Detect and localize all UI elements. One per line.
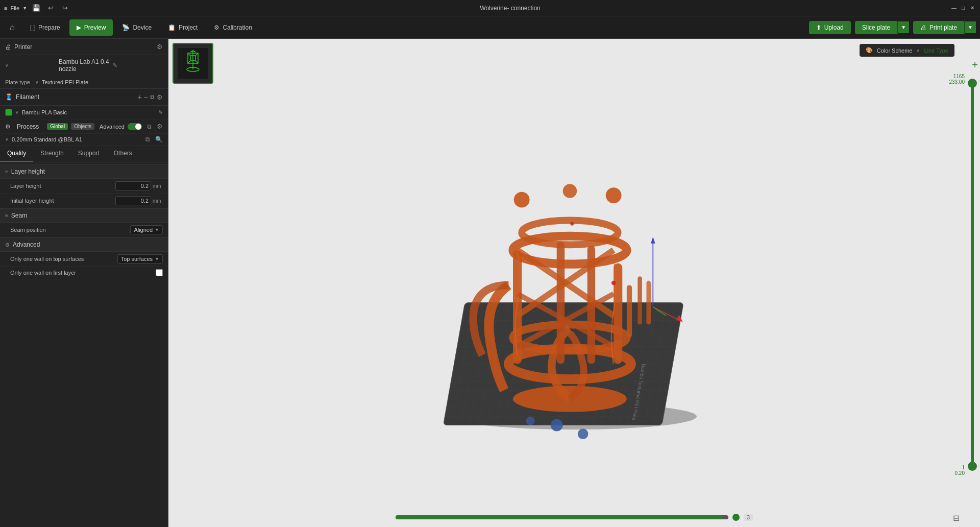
print-dropdown-button[interactable]: ▼	[965, 21, 976, 33]
first-layer-row: Only one wall on first layer	[0, 267, 168, 279]
global-tag[interactable]: Global	[47, 123, 68, 130]
printer-section-header: 🖨 Printer ⚙	[0, 39, 168, 55]
seam-group-icon: ≡	[5, 213, 8, 219]
advanced-group-icon: ⚙	[5, 242, 10, 248]
layer-height-group-header: ≡ Layer height	[0, 164, 168, 179]
svg-point-16	[514, 192, 530, 208]
preset-arrow: ∨	[5, 137, 9, 142]
thumbnail-strip	[168, 39, 980, 88]
layer-height-input[interactable]	[115, 181, 151, 190]
ruler-handle-top[interactable]	[968, 79, 977, 88]
tab-quality[interactable]: Quality	[0, 146, 33, 162]
first-layer-checkbox[interactable]	[156, 269, 163, 276]
nav-calibration[interactable]: ⚙ Calibration	[207, 19, 259, 36]
slice-label: Slice plate	[862, 24, 890, 31]
home-button[interactable]: ⌂	[4, 19, 20, 36]
slice-dropdown-button[interactable]: ▼	[898, 21, 909, 33]
preset-copy-button[interactable]: ⧉	[145, 136, 150, 143]
printer-edit-button[interactable]: ✎	[112, 62, 163, 69]
layer-height-label: Layer height	[10, 183, 115, 189]
bottom-bar: 3	[396, 514, 753, 521]
upload-icon: ⬆	[816, 24, 821, 31]
print-label: Print plate	[929, 24, 957, 31]
nav-prepare[interactable]: ⬚ Prepare	[22, 19, 67, 36]
nav-preview[interactable]: ▶ Preview	[69, 19, 113, 36]
print-btn-group: 🖨 Print plate ▼	[911, 20, 976, 35]
dropdown-arrow: ▼	[22, 6, 27, 11]
file-menu[interactable]: ≡ File ▼	[4, 5, 27, 11]
color-scheme-arrow: ∨	[916, 48, 920, 53]
objects-tag[interactable]: Objects	[71, 123, 94, 130]
initial-layer-height-input[interactable]	[115, 196, 151, 205]
settings-tabs: Quality Strength Support Others	[0, 146, 168, 162]
right-ruler: + 1165 233.00 1 0.20	[954, 39, 980, 527]
preview-icon: ▶	[77, 24, 81, 31]
svg-point-25	[611, 281, 616, 285]
close-button[interactable]: ✕	[969, 5, 976, 12]
filament-remove-button[interactable]: −	[144, 93, 148, 101]
tab-support[interactable]: Support	[71, 146, 107, 162]
top-surfaces-dropdown[interactable]: Top surfaces ▼	[117, 254, 163, 264]
process-section-title: Process	[17, 123, 44, 130]
plate-type-value: Textured PEI Plate	[42, 79, 88, 85]
maximize-button[interactable]: □	[960, 5, 967, 12]
titlebar: ≡ File ▼ 💾 ↩ ↪ Wolverine- connection — □…	[0, 0, 980, 16]
ruler-handle-bottom[interactable]	[968, 462, 977, 471]
initial-layer-height-label: Initial layer height	[10, 198, 115, 204]
preset-search-button[interactable]: 🔍	[155, 136, 163, 143]
main-content: 🖨 Printer ⚙ ∨ Bambu Lab A1 0.4 nozzle ✎ …	[0, 39, 980, 527]
svg-point-23	[578, 428, 589, 439]
layer-count-label: 3	[744, 514, 753, 521]
filament-color-swatch[interactable]	[5, 109, 12, 116]
layer-progress-bar[interactable]	[396, 515, 728, 519]
initial-layer-height-unit: mm	[153, 198, 163, 204]
prepare-label: Prepare	[38, 24, 60, 31]
window-title: Wolverine- connection	[74, 5, 946, 12]
tab-strength[interactable]: Strength	[33, 146, 70, 162]
layer-height-group-icon: ≡	[5, 169, 8, 175]
save-icon[interactable]: 💾	[31, 3, 41, 13]
process-copy-button[interactable]: ⧉	[147, 123, 152, 130]
layers-icon[interactable]: ⊟	[953, 514, 960, 522]
seam-dropdown-arrow: ▼	[155, 227, 159, 232]
color-scheme-label: Color Scheme	[877, 47, 913, 54]
zoom-in-button[interactable]: +	[972, 59, 978, 71]
project-label: Project	[179, 24, 198, 31]
quality-settings: ≡ Layer height Layer height mm Initial l…	[0, 162, 168, 281]
ruler-bar	[971, 80, 974, 466]
prepare-icon: ⬚	[30, 24, 35, 31]
seam-position-value: Aligned	[134, 227, 153, 233]
device-icon: 📡	[122, 24, 130, 31]
filament-copy-button[interactable]: ⧉	[150, 93, 155, 101]
minimize-button[interactable]: —	[950, 5, 958, 12]
filament-add-button[interactable]: +	[138, 93, 142, 101]
svg-point-18	[563, 184, 577, 198]
printer-dropdown-arrow: ∨	[5, 63, 56, 68]
nav-project[interactable]: 📋 Project	[161, 19, 205, 36]
device-label: Device	[133, 24, 152, 31]
svg-rect-19	[627, 285, 632, 338]
undo-icon[interactable]: ↩	[45, 3, 56, 13]
filament-edit-button[interactable]: ✎	[158, 109, 163, 116]
printer-settings-button[interactable]: ⚙	[157, 43, 163, 51]
progress-handle[interactable]	[732, 514, 740, 521]
process-settings-button[interactable]: ⚙	[157, 123, 163, 130]
slice-btn-group: Slice plate ▼	[853, 20, 909, 35]
print-plate-button[interactable]: 🖨 Print plate	[913, 21, 964, 34]
ruler-bottom-label: 1 0.20	[955, 465, 965, 476]
upload-button[interactable]: ⬆ Upload	[809, 21, 851, 34]
svg-point-24	[526, 416, 535, 425]
slice-plate-button[interactable]: Slice plate	[855, 21, 897, 34]
preset-name-label: 0.20mm Standard @BBL A1	[12, 136, 142, 142]
seam-position-dropdown[interactable]: Aligned ▼	[130, 225, 163, 234]
model-thumbnail[interactable]	[173, 43, 213, 84]
progress-fill	[396, 515, 722, 519]
redo-icon[interactable]: ↪	[60, 3, 70, 13]
advanced-toggle[interactable]	[128, 123, 142, 130]
plate-type-label: Plate type	[5, 79, 30, 85]
filament-section-header: 🧵 Filament + − ⧉ ⚙	[0, 89, 168, 106]
filament-settings-button[interactable]: ⚙	[157, 93, 163, 101]
tab-others[interactable]: Others	[107, 146, 139, 162]
nav-device[interactable]: 📡 Device	[115, 19, 159, 36]
viewport[interactable]: Bambu Textured PEI Plate	[168, 39, 980, 527]
